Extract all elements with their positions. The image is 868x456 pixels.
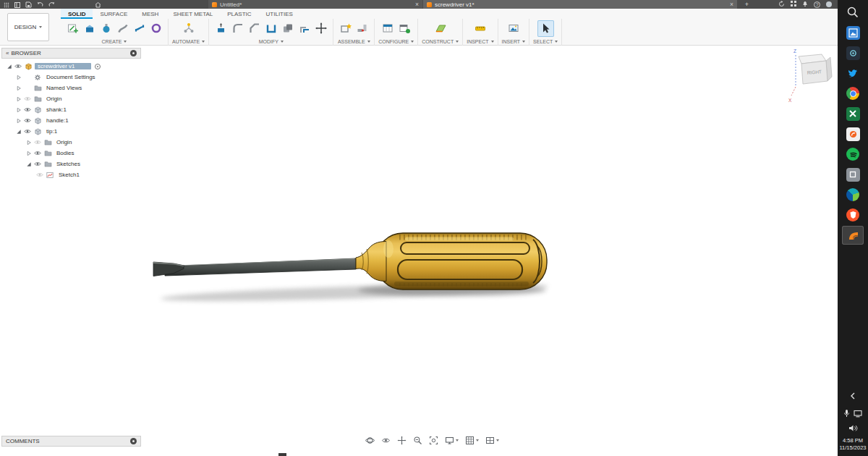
gray-app-icon[interactable] xyxy=(842,165,864,184)
chevron-down-icon[interactable] xyxy=(202,41,205,43)
expand-closed-icon[interactable] xyxy=(25,150,32,156)
show-hidden-icons-chevron[interactable] xyxy=(842,387,864,405)
expand-closed-icon[interactable] xyxy=(15,74,22,80)
visibility-eye-icon[interactable] xyxy=(36,172,44,177)
redo-icon[interactable] xyxy=(48,0,55,11)
create-sketch-icon[interactable] xyxy=(64,20,81,37)
job-status-icon[interactable] xyxy=(778,1,785,9)
look-at-icon[interactable] xyxy=(381,436,391,445)
edge-icon[interactable] xyxy=(842,185,864,204)
hidden-taskbar-notch[interactable] xyxy=(278,453,286,456)
undo-icon[interactable] xyxy=(37,0,43,11)
construct-plane-icon[interactable] xyxy=(432,20,448,37)
home-icon[interactable] xyxy=(95,0,101,11)
spotify-icon[interactable] xyxy=(842,145,864,164)
revolve-icon[interactable] xyxy=(98,20,114,37)
collapse-panel-icon[interactable]: « xyxy=(6,50,8,56)
configuration-icon[interactable] xyxy=(380,20,396,37)
chevron-down-icon[interactable] xyxy=(491,41,494,43)
new-component-icon[interactable] xyxy=(337,20,354,37)
offset-face-icon[interactable] xyxy=(296,20,312,37)
shell-icon[interactable] xyxy=(263,20,279,37)
expand-open-icon[interactable] xyxy=(15,128,22,135)
zoom-icon[interactable] xyxy=(413,436,422,445)
browser-item-named-views[interactable]: Named Views xyxy=(1,83,141,93)
expand-open-icon[interactable] xyxy=(6,63,12,69)
visibility-eye-icon[interactable] xyxy=(34,140,42,145)
expand-closed-icon[interactable] xyxy=(15,106,22,113)
coil-icon[interactable] xyxy=(148,20,164,37)
visibility-eye-icon[interactable] xyxy=(24,96,32,101)
configuration-table-icon[interactable] xyxy=(396,20,413,37)
chevron-down-icon[interactable] xyxy=(124,41,127,43)
comments-panel[interactable]: COMMENTS xyxy=(1,436,141,447)
brave-icon[interactable] xyxy=(842,206,864,224)
screwdriver-model[interactable] xyxy=(153,233,547,290)
view-cube[interactable]: Z X RIGHT xyxy=(786,45,839,106)
browser-item-tip-origin[interactable]: Origin xyxy=(1,137,141,148)
help-icon[interactable]: ? xyxy=(814,1,820,8)
expand-closed-icon[interactable] xyxy=(25,139,32,145)
chevron-down-icon[interactable] xyxy=(281,41,284,43)
sweep-icon[interactable] xyxy=(114,20,131,37)
tab-plastic[interactable]: PLASTIC xyxy=(220,9,258,19)
search-icon[interactable] xyxy=(842,3,864,22)
browser-item-bodies[interactable]: Bodies xyxy=(1,148,141,159)
visibility-eye-icon[interactable] xyxy=(24,129,32,134)
extensions-icon[interactable] xyxy=(791,1,796,8)
browser-header[interactable]: « BROWSER xyxy=(1,48,141,59)
grid-snaps-icon[interactable] xyxy=(465,436,479,445)
select-cursor-icon[interactable] xyxy=(537,20,554,37)
joint-icon[interactable] xyxy=(354,20,370,37)
browser-item-origin[interactable]: Origin xyxy=(1,93,141,104)
pan-icon[interactable] xyxy=(397,436,407,445)
system-clock[interactable]: 4:58 PM 11/15/2023 xyxy=(840,437,867,452)
move-copy-icon[interactable] xyxy=(312,20,329,37)
expand-closed-icon[interactable] xyxy=(15,117,22,124)
chevron-down-icon[interactable] xyxy=(456,41,459,43)
browser-item-sketches[interactable]: Sketches xyxy=(1,159,141,169)
tab-solid[interactable]: SOLID xyxy=(61,9,93,19)
app-launcher-icon[interactable] xyxy=(4,0,9,11)
chevron-down-icon[interactable] xyxy=(411,41,414,43)
fit-icon[interactable] xyxy=(429,436,438,445)
automate-icon[interactable] xyxy=(180,20,197,37)
photos-app-icon[interactable] xyxy=(842,23,864,42)
chrome-icon[interactable] xyxy=(842,84,864,103)
visibility-eye-icon[interactable] xyxy=(14,64,22,69)
expand-closed-icon[interactable] xyxy=(15,96,22,102)
display-cast-icon[interactable] xyxy=(854,408,862,421)
profile-avatar[interactable] xyxy=(826,1,832,7)
expand-closed-icon[interactable] xyxy=(15,85,22,91)
workspace-selector[interactable]: DESIGN xyxy=(7,13,49,41)
fillet-icon[interactable] xyxy=(229,20,246,37)
viewports-icon[interactable] xyxy=(485,436,499,445)
data-panel-icon[interactable] xyxy=(14,0,20,11)
browser-item-shank[interactable]: shank:1 xyxy=(1,104,141,115)
save-icon[interactable] xyxy=(25,0,32,11)
browser-item-document-settings[interactable]: Document Settings xyxy=(1,72,141,83)
expand-open-icon[interactable] xyxy=(25,161,32,167)
chevron-down-icon[interactable] xyxy=(367,41,370,43)
visibility-eye-icon[interactable] xyxy=(34,151,42,156)
panel-settings-icon[interactable] xyxy=(130,50,137,56)
volume-icon[interactable] xyxy=(842,423,864,434)
close-tab-icon[interactable]: × xyxy=(730,1,733,8)
chevron-down-icon[interactable] xyxy=(522,41,525,43)
activate-component-radio[interactable] xyxy=(95,64,101,69)
browser-item-root[interactable]: screwdriver v1 xyxy=(1,61,141,72)
orange-app-icon[interactable] xyxy=(842,124,864,143)
combine-icon[interactable] xyxy=(279,20,296,37)
document-tab-screwdriver[interactable]: screwdriver v1* × xyxy=(423,0,737,9)
visibility-eye-icon[interactable] xyxy=(24,118,32,123)
tab-mesh[interactable]: MESH xyxy=(135,9,166,19)
browser-item-handle[interactable]: handle:1 xyxy=(1,115,141,126)
new-tab-button[interactable]: + xyxy=(742,0,752,9)
loft-icon[interactable] xyxy=(131,20,148,37)
orbit-icon[interactable] xyxy=(365,436,375,445)
extrude-icon[interactable] xyxy=(81,20,98,37)
browser-item-tip[interactable]: tip:1 xyxy=(1,126,141,137)
document-tab-untitled[interactable]: Untitled* × xyxy=(208,0,422,9)
tab-sheet-metal[interactable]: SHEET METAL xyxy=(166,9,220,19)
excel-icon[interactable] xyxy=(842,104,864,123)
